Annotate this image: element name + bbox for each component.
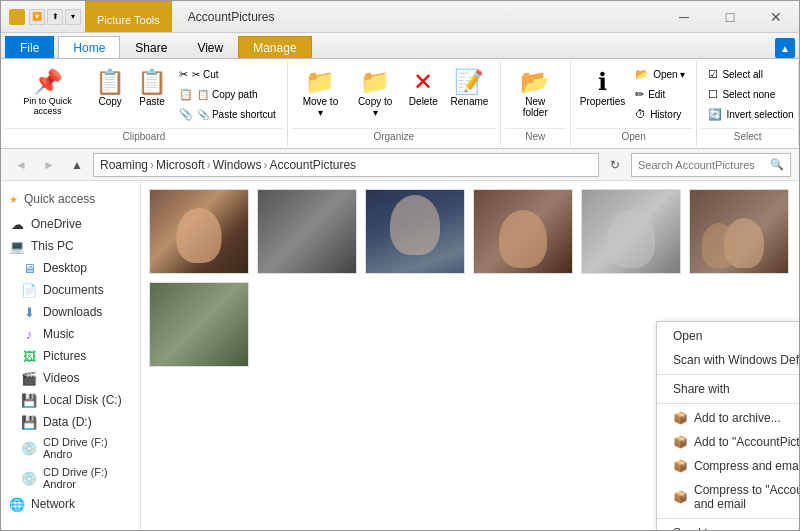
move-to-label: Move to ▾	[301, 96, 340, 118]
open-icon: 📂	[635, 68, 649, 81]
tab-home[interactable]: Home	[58, 36, 120, 58]
sidebar-item-desktop[interactable]: 🖥 Desktop	[1, 257, 140, 279]
sidebar-item-this-pc[interactable]: 💻 This PC	[1, 235, 140, 257]
rename-button[interactable]: 📝 Rename	[445, 65, 493, 112]
rename-icon: 📝	[454, 70, 484, 94]
sidebar-item-music[interactable]: ♪ Music	[1, 323, 140, 345]
ctx-add-rar[interactable]: 📦 Add to "AccountPictures.rar"	[657, 430, 799, 454]
tab-file[interactable]: File	[5, 36, 54, 58]
ctx-share-with[interactable]: Share with ►	[657, 377, 799, 401]
paste-label: Paste	[139, 96, 165, 107]
copy-path-icon: 📋	[179, 88, 193, 101]
tab-view[interactable]: View	[182, 36, 238, 58]
picture-tools-label: Picture Tools	[85, 1, 172, 32]
file-thumb-3[interactable]	[365, 189, 465, 274]
ribbon-tabs: File Home Share View Manage ▲	[1, 33, 799, 59]
maximize-button[interactable]: □	[707, 1, 753, 32]
ctx-compress-email[interactable]: 📦 Compress and email...	[657, 454, 799, 478]
close-button[interactable]: ✕	[753, 1, 799, 32]
search-box[interactable]: 🔍	[631, 153, 791, 177]
ctx-scan[interactable]: Scan with Windows Defender...	[657, 348, 799, 372]
title-bar-left: 🔽 ⬆ ▾ Picture Tools AccountPictures	[1, 1, 661, 32]
edit-icon: ✏	[635, 88, 644, 101]
organize-buttons: 📁 Move to ▾ 📁 Copy to ▾ ✕ Delete 📝 Renam…	[292, 63, 496, 128]
path-roaming[interactable]: Roaming	[100, 158, 148, 172]
ctx-add-archive[interactable]: 📦 Add to archive...	[657, 406, 799, 430]
path-microsoft[interactable]: Microsoft	[156, 158, 205, 172]
file-thumb-4[interactable]	[473, 189, 573, 274]
file-thumb-5[interactable]	[581, 189, 681, 274]
ribbon-collapse-button[interactable]: ▲	[775, 38, 795, 58]
tab-share[interactable]: Share	[120, 36, 182, 58]
quick-btn-1[interactable]: 🔽	[29, 9, 45, 25]
move-to-button[interactable]: 📁 Move to ▾	[294, 65, 347, 123]
minimize-button[interactable]: ─	[661, 1, 707, 32]
sep-1: ›	[150, 158, 154, 172]
file-thumb-1[interactable]	[149, 189, 249, 274]
cd-f1-icon: 💿	[21, 440, 37, 456]
copy-path-button[interactable]: 📋📋 Copy path	[174, 85, 281, 104]
sidebar-item-videos[interactable]: 🎬 Videos	[1, 367, 140, 389]
delete-button[interactable]: ✕ Delete	[403, 65, 443, 112]
new-folder-button[interactable]: 📂 New folder	[507, 65, 564, 123]
paste-shortcut-icon: 📎	[179, 108, 193, 121]
address-path[interactable]: Roaming › Microsoft › Windows › AccountP…	[93, 153, 599, 177]
sidebar-item-onedrive[interactable]: ☁ OneDrive	[1, 213, 140, 235]
pin-icon: 📌	[33, 70, 63, 94]
sidebar-item-data-d[interactable]: 💾 Data (D:)	[1, 411, 140, 433]
tab-manage[interactable]: Manage	[238, 36, 311, 58]
search-input[interactable]	[638, 159, 770, 171]
open-group-label: Open	[575, 128, 692, 144]
ctx-open[interactable]: Open	[657, 324, 799, 348]
select-none-button[interactable]: ☐Select none	[703, 85, 798, 104]
ctx-send-to[interactable]: Send to ►	[657, 521, 799, 530]
file-thumb-6[interactable]	[689, 189, 789, 274]
history-button[interactable]: ⏱History	[630, 105, 690, 123]
quick-btn-dropdown[interactable]: ▾	[65, 9, 81, 25]
invert-selection-button[interactable]: 🔄Invert selection	[703, 105, 798, 124]
forward-button[interactable]: ►	[37, 153, 61, 177]
sidebar-quick-access[interactable]: ★ Quick access	[1, 189, 140, 209]
sidebar-item-pictures[interactable]: 🖼 Pictures	[1, 345, 140, 367]
copy-button[interactable]: 📋 Copy	[90, 65, 130, 112]
copy-to-label: Copy to ▾	[356, 96, 394, 118]
file-thumb-7[interactable]	[149, 282, 249, 367]
paste-button[interactable]: 📋 Paste	[132, 65, 172, 112]
clipboard-small-buttons: ✂✂ Cut 📋📋 Copy path 📎📎 Paste shortcut	[174, 65, 281, 124]
ctx-sep-3	[657, 518, 799, 519]
rename-label: Rename	[451, 96, 489, 107]
path-accountpictures[interactable]: AccountPictures	[269, 158, 356, 172]
select-all-button[interactable]: ☑Select all	[703, 65, 798, 84]
open-button[interactable]: 📂Open ▾	[630, 65, 690, 84]
refresh-button[interactable]: ↻	[603, 153, 627, 177]
new-folder-label: New folder	[514, 96, 557, 118]
edit-button[interactable]: ✏Edit	[630, 85, 690, 104]
path-windows[interactable]: Windows	[213, 158, 262, 172]
search-icon: 🔍	[770, 158, 784, 171]
up-button[interactable]: ▲	[65, 153, 89, 177]
cut-icon: ✂	[179, 68, 188, 81]
ctx-compress-rar-email[interactable]: 📦 Compress to "AccountPictures.rar" and …	[657, 478, 799, 516]
pin-button[interactable]: 📌 Pin to Quick access	[7, 65, 88, 121]
properties-button[interactable]: ℹ Properties	[577, 65, 628, 112]
quick-btn-2[interactable]: ⬆	[47, 9, 63, 25]
back-button[interactable]: ◄	[9, 153, 33, 177]
sidebar-item-downloads[interactable]: ⬇ Downloads	[1, 301, 140, 323]
copy-icon: 📋	[95, 70, 125, 94]
sidebar-item-cd-f1[interactable]: 💿 CD Drive (F:) Andro	[1, 433, 140, 463]
disk-icon: 💾	[21, 392, 37, 408]
sidebar-item-cd-f2[interactable]: 💿 CD Drive (F:) Andror	[1, 463, 140, 493]
properties-label: Properties	[580, 96, 626, 107]
delete-icon: ✕	[413, 70, 433, 94]
sidebar-item-network[interactable]: 🌐 Network	[1, 493, 140, 515]
ribbon-controls: ▲	[775, 38, 799, 58]
rar-icon-4: 📦	[673, 490, 688, 504]
file-thumb-2[interactable]	[257, 189, 357, 274]
properties-icon: ℹ	[598, 70, 607, 94]
cut-button[interactable]: ✂✂ Cut	[174, 65, 281, 84]
paste-shortcut-button[interactable]: 📎📎 Paste shortcut	[174, 105, 281, 124]
copy-to-button[interactable]: 📁 Copy to ▾	[349, 65, 401, 123]
open-buttons: ℹ Properties 📂Open ▾ ✏Edit ⏱History	[575, 63, 692, 128]
sidebar-item-documents[interactable]: 📄 Documents	[1, 279, 140, 301]
sidebar-item-local-disk[interactable]: 💾 Local Disk (C:)	[1, 389, 140, 411]
